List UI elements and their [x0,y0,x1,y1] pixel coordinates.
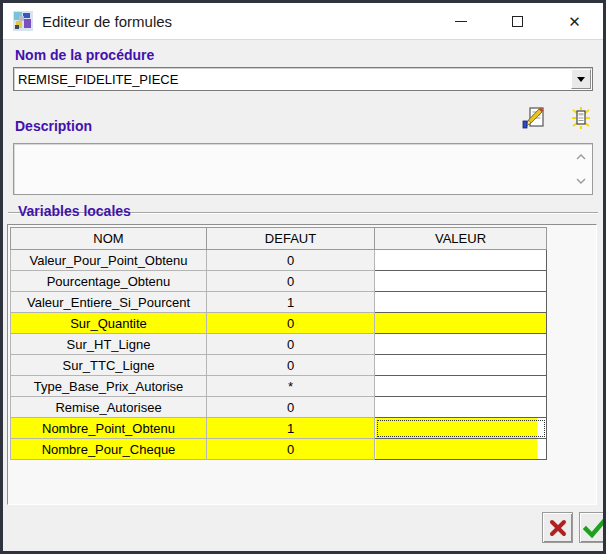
cell-defaut[interactable]: * [207,376,375,397]
cell-valeur[interactable] [375,250,547,271]
variables-label: Variables locales [18,203,131,219]
cell-defaut[interactable]: 0 [207,355,375,376]
cell-nom[interactable]: Pourcentage_Obtenu [11,271,207,292]
cell-valeur[interactable] [375,355,547,376]
variables-table: NOM DEFAUT VALEUR Valeur_Pour_Point_Obte… [10,227,547,460]
cell-nom[interactable]: Sur_TTC_Ligne [11,355,207,376]
table-row: Valeur_Entiere_Si_Pourcent1 [11,292,547,313]
window-title: Editeur de formules [42,13,172,30]
cell-nom[interactable]: Sur_HT_Ligne [11,334,207,355]
cell-defaut[interactable]: 0 [207,250,375,271]
table-row: Sur_HT_Ligne0 [11,334,547,355]
cell-nom[interactable]: Type_Base_Prix_Autorise [11,376,207,397]
table-row: Nombre_Pour_Cheque0 [11,439,547,460]
cell-defaut[interactable]: 0 [207,313,375,334]
cell-defaut[interactable]: 0 [207,271,375,292]
table-row: Type_Base_Prix_Autorise* [11,376,547,397]
edit-description-icon[interactable] [522,106,546,130]
cell-valeur[interactable] [375,439,547,460]
caption-buttons: ✕ [432,3,603,39]
cell-defaut[interactable]: 1 [207,418,375,439]
green-check-icon [583,518,606,538]
cell-nom[interactable]: Valeur_Pour_Point_Obtenu [11,250,207,271]
table-header-row: NOM DEFAUT VALEUR [11,228,547,250]
cell-valeur[interactable] [375,397,547,418]
minimize-icon [455,21,467,22]
app-icon[interactable] [13,11,33,31]
table-row: Remise_Autorisee0 [11,397,547,418]
cell-valeur[interactable] [375,376,547,397]
chevron-down-icon [577,77,585,82]
procedure-name-label: Nom de la procédure [15,47,154,63]
scroll-down-icon[interactable] [575,177,587,185]
table-row: Sur_Quantite0 [11,313,547,334]
red-x-icon [548,518,568,538]
description-textarea[interactable] [13,143,593,195]
column-header-valeur[interactable]: VALEUR [375,228,547,250]
maximize-icon [512,16,523,27]
procedure-combobox-value: REMISE_FIDELITE_PIECE [14,72,571,87]
title-bar: Editeur de formules ✕ [3,3,603,40]
maximize-button[interactable] [489,3,546,39]
cell-valeur[interactable] [375,292,547,313]
cell-valeur[interactable] [375,313,547,334]
cell-valeur[interactable] [375,418,547,439]
cell-defaut[interactable]: 0 [207,439,375,460]
column-header-nom[interactable]: NOM [11,228,207,250]
cell-nom[interactable]: Nombre_Point_Obtenu [11,418,207,439]
column-header-defaut[interactable]: DEFAUT [207,228,375,250]
view-document-highlight-icon[interactable] [569,106,593,130]
scroll-up-icon[interactable] [575,153,587,161]
cell-defaut[interactable]: 1 [207,292,375,313]
cell-valeur[interactable] [375,334,547,355]
description-label: Description [15,118,92,134]
variables-table-panel: NOM DEFAUT VALEUR Valeur_Pour_Point_Obte… [7,224,597,505]
table-row: Valeur_Pour_Point_Obtenu0 [11,250,547,271]
cell-nom[interactable]: Remise_Autorisee [11,397,207,418]
ok-button[interactable] [579,512,606,543]
cell-defaut[interactable]: 0 [207,334,375,355]
close-button[interactable]: ✕ [546,3,603,39]
formula-editor-window: Editeur de formules ✕ Nom de la procédur… [0,0,606,554]
close-icon: ✕ [568,14,581,29]
minimize-button[interactable] [432,3,489,39]
table-row: Nombre_Point_Obtenu1 [11,418,547,439]
cell-nom[interactable]: Valeur_Entiere_Si_Pourcent [11,292,207,313]
procedure-combobox[interactable]: REMISE_FIDELITE_PIECE [13,67,593,91]
cancel-button[interactable] [542,512,573,543]
combobox-dropdown-button[interactable] [571,69,591,89]
table-row: Sur_TTC_Ligne0 [11,355,547,376]
cell-nom[interactable]: Sur_Quantite [11,313,207,334]
table-row: Pourcentage_Obtenu0 [11,271,547,292]
cell-defaut[interactable]: 0 [207,397,375,418]
cell-valeur[interactable] [375,271,547,292]
cell-nom[interactable]: Nombre_Pour_Cheque [11,439,207,460]
variables-table-body: Valeur_Pour_Point_Obtenu0Pourcentage_Obt… [11,250,547,460]
